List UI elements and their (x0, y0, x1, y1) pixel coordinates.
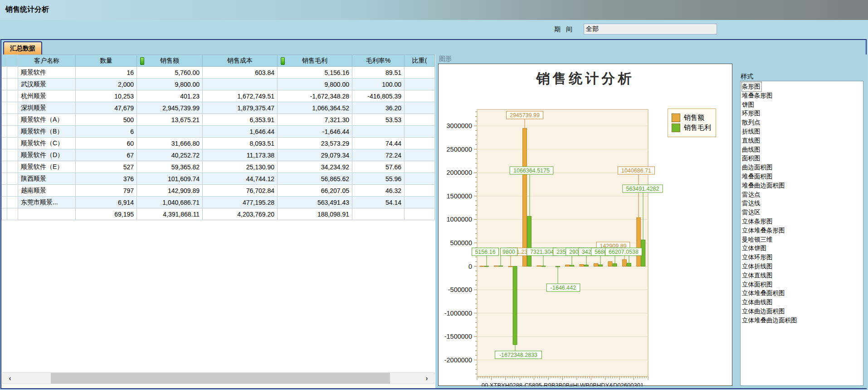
table-cell[interactable]: 74.44 (352, 138, 405, 149)
table-cell[interactable] (405, 173, 435, 185)
table-cell[interactable] (352, 208, 405, 220)
table-cell[interactable]: 6,353.91 (203, 114, 278, 126)
table-cell[interactable]: 1,066,364.52 (278, 102, 352, 114)
table-cell[interactable]: 72.24 (352, 149, 405, 161)
style-list-item[interactable]: 曲边面积图 (742, 163, 863, 172)
table-cell[interactable]: 563,491.43 (278, 197, 352, 208)
style-list-item[interactable]: 折线图 (742, 127, 863, 136)
style-list-item[interactable]: 立体直线图 (742, 271, 863, 280)
table-cell[interactable]: 69,195 (76, 208, 137, 220)
table-cell[interactable] (405, 79, 435, 90)
table-cell[interactable]: 8,093.51 (203, 138, 278, 149)
table-cell[interactable]: 4,203,769.20 (203, 208, 278, 220)
table-cell[interactable]: 2,945,739.99 (137, 102, 203, 114)
column-header[interactable]: 毛利率% (352, 55, 405, 67)
style-list-item[interactable]: 立体堆叠曲边面积图 (742, 316, 863, 325)
table-cell[interactable]: 101,609.74 (137, 173, 203, 185)
tab-summary-data[interactable]: 汇总数据 (3, 41, 42, 54)
table-cell[interactable]: 34,234.92 (278, 161, 352, 173)
table-cell[interactable]: 顺景软件（E） (18, 161, 76, 173)
style-list-item[interactable]: 曼哈顿三维 (742, 235, 863, 244)
table-cell[interactable]: 477,195.28 (203, 197, 278, 208)
table-cell[interactable]: 1,879,375.47 (203, 102, 278, 114)
table-cell[interactable] (405, 197, 435, 208)
table-cell[interactable]: 1,672,749.51 (203, 90, 278, 102)
style-list-item[interactable]: 立体环形图 (742, 253, 863, 262)
table-cell[interactable] (405, 114, 435, 126)
table-cell[interactable]: -416,805.39 (352, 90, 405, 102)
table-cell[interactable]: 10,253 (76, 90, 137, 102)
scroll-left-icon[interactable]: ‹ (4, 373, 16, 384)
table-cell[interactable]: 1,646.44 (203, 126, 278, 138)
table-cell[interactable]: 142,909.89 (137, 185, 203, 197)
table-cell[interactable] (405, 126, 435, 138)
table-cell[interactable]: 25,130.90 (203, 161, 278, 173)
table-cell[interactable]: 56,865.62 (278, 173, 352, 185)
table-cell[interactable]: 29,079.34 (278, 149, 352, 161)
style-list-item[interactable]: 立体曲线图 (742, 298, 863, 307)
table-cell[interactable]: 59,365.82 (137, 161, 203, 173)
table-cell[interactable]: 188,098.91 (278, 208, 352, 220)
table-cell[interactable]: 67 (76, 149, 137, 161)
column-header[interactable]: 销售额 (137, 55, 203, 67)
table-cell[interactable] (18, 208, 76, 220)
table-cell[interactable]: 9,800.00 (137, 79, 203, 90)
table-cell[interactable] (405, 67, 435, 79)
table-cell[interactable]: 76,702.84 (203, 185, 278, 197)
column-header[interactable]: 客户名称 (18, 55, 76, 67)
table-cell[interactable]: 顺景软件 (18, 67, 76, 79)
table-cell[interactable]: 57.66 (352, 161, 405, 173)
table-cell[interactable]: 1,040,686.71 (137, 197, 203, 208)
table-cell[interactable]: 5,760.00 (137, 67, 203, 79)
table-cell[interactable] (405, 185, 435, 197)
horizontal-scrollbar[interactable]: ‹ › (2, 372, 434, 384)
table-cell[interactable]: 7,321.30 (278, 114, 352, 126)
style-list-item[interactable]: 立体曲边面积图 (742, 307, 863, 316)
table-cell[interactable] (405, 161, 435, 173)
table-cell[interactable]: 顺景软件（C） (18, 138, 76, 149)
table-cell[interactable]: 47,679 (76, 102, 137, 114)
table-cell[interactable] (405, 90, 435, 102)
table-cell[interactable]: 6,914 (76, 197, 137, 208)
style-list-item[interactable]: 堆叠面积图 (742, 172, 863, 181)
table-cell[interactable]: 53.53 (352, 114, 405, 126)
column-header[interactable]: 比重( (405, 55, 435, 67)
style-list-item[interactable]: 曲线图 (742, 145, 863, 154)
table-cell[interactable]: 60 (76, 138, 137, 149)
table-cell[interactable] (203, 79, 278, 90)
style-list-item[interactable]: 散列点 (742, 118, 863, 127)
table-cell[interactable]: 顺景软件（B） (18, 126, 76, 138)
table-cell[interactable]: 6 (76, 126, 137, 138)
table-cell[interactable]: 44,744.12 (203, 173, 278, 185)
table-cell[interactable]: -1,646.44 (278, 126, 352, 138)
column-header[interactable]: 销售毛利 (278, 55, 352, 67)
scrollbar-thumb[interactable] (51, 373, 390, 384)
style-list-item[interactable]: 立体折线图 (742, 262, 863, 271)
style-list-item[interactable]: 直线图 (742, 136, 863, 145)
table-cell[interactable] (405, 149, 435, 161)
table-cell[interactable]: 31,666.80 (137, 138, 203, 149)
table-cell[interactable]: 23,573.29 (278, 138, 352, 149)
table-cell[interactable]: 500 (76, 114, 137, 126)
period-input[interactable] (584, 24, 717, 35)
table-cell[interactable]: 5,156.16 (278, 67, 352, 79)
table-cell[interactable] (137, 126, 203, 138)
style-list-item[interactable]: 雷达点 (742, 190, 863, 199)
column-header[interactable]: 数量 (76, 55, 137, 67)
table-cell[interactable]: 16 (76, 67, 137, 79)
chart-style-list[interactable]: 条形图堆叠条形图饼图环形图散列点折线图直线图曲线图面积图曲边面积图堆叠面积图堆叠… (740, 81, 863, 386)
table-cell[interactable]: 797 (76, 185, 137, 197)
table-cell[interactable] (405, 138, 435, 149)
table-cell[interactable]: 顺景软件（A） (18, 114, 76, 126)
style-list-item[interactable]: 饼图 (742, 100, 863, 109)
table-cell[interactable]: -1,672,348.28 (278, 90, 352, 102)
table-cell[interactable]: 100.00 (352, 79, 405, 90)
table-cell[interactable] (405, 208, 435, 220)
column-header[interactable]: 销售成本 (203, 55, 278, 67)
table-cell[interactable]: 40,252.72 (137, 149, 203, 161)
style-list-item[interactable]: 立体堆叠面积图 (742, 289, 863, 298)
style-list-item[interactable]: 堆叠条形图 (742, 91, 863, 100)
style-list-item[interactable]: 堆叠曲边面积图 (742, 181, 863, 190)
table-cell[interactable]: 4,391,868.11 (137, 208, 203, 220)
style-list-item[interactable]: 立体堆叠条形图 (742, 226, 863, 235)
